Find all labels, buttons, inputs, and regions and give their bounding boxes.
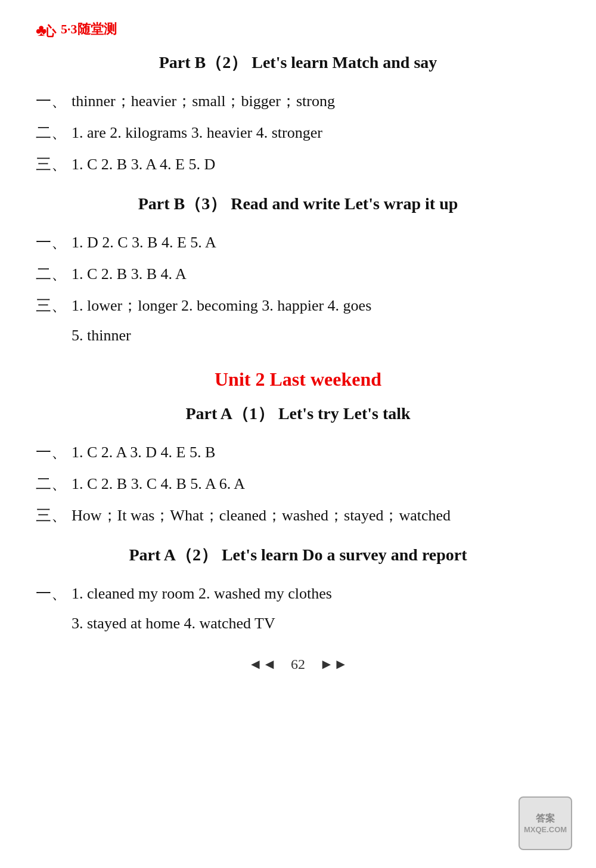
answer-label: 一、 (36, 232, 67, 253)
watermark: 答案 MXQE.COM (519, 796, 572, 850)
answer-label: 一、 (36, 442, 67, 463)
answer-content: 1. C 2. A 3. D 4. E 5. B (72, 444, 215, 461)
answer-content: 3. stayed at home 4. watched TV (72, 615, 275, 633)
answer-line: 一、 1. cleaned my room 2. washed my cloth… (36, 583, 560, 604)
logo-text: 5·3随堂测 (61, 20, 117, 38)
answer-label: 三、 (36, 505, 67, 526)
answer-content: How；It was；What；cleaned；washed；stayed；wa… (72, 505, 451, 526)
watermark-site: MXQE.COM (524, 825, 567, 834)
answer-line-indent: 5. thinner (72, 327, 560, 345)
answer-content: 1. cleaned my room 2. washed my clothes (72, 585, 332, 603)
answer-line: 二、 1. C 2. B 3. C 4. B 5. A 6. A (36, 473, 560, 494)
answer-label: 一、 (36, 91, 67, 111)
prev-button[interactable]: ◄◄ (248, 656, 277, 672)
watermark-main: 答案 (536, 813, 555, 825)
section-partA2: Part A（2） Let's learn Do a survey and re… (36, 544, 560, 633)
answer-content: 1. lower；longer 2. becoming 3. happier 4… (72, 295, 371, 316)
section-title-partB2: Part B（2） Let's learn Match and say (36, 51, 560, 74)
logo-area: ♣ 心 5·3随堂测 (36, 18, 560, 41)
answer-line: 一、 1. C 2. A 3. D 4. E 5. B (36, 442, 560, 463)
answer-content: 1. C 2. B 3. C 4. B 5. A 6. A (72, 475, 245, 493)
answer-label: 一、 (36, 583, 67, 604)
svg-text:心: 心 (42, 24, 57, 39)
answer-content: 1. C 2. B 3. A 4. E 5. D (72, 156, 215, 173)
answer-label: 二、 (36, 122, 67, 143)
next-button[interactable]: ►► (319, 656, 348, 672)
answer-line: 二、 1. are 2. kilograms 3. heavier 4. str… (36, 122, 560, 143)
pagination: ◄◄ 62 ►► (36, 656, 560, 672)
section-title-partA1: Part A（1） Let's try Let's talk (36, 402, 560, 425)
answer-label: 二、 (36, 473, 67, 494)
answer-content: 1. are 2. kilograms 3. heavier 4. strong… (72, 124, 322, 142)
logo-icon: ♣ 心 (36, 18, 58, 41)
answer-line: 一、 1. D 2. C 3. B 4. E 5. A (36, 232, 560, 253)
answer-label: 二、 (36, 264, 67, 284)
answer-line: 三、 How；It was；What；cleaned；washed；stayed… (36, 505, 560, 526)
section-partB3: Part B（3） Read and write Let's wrap it u… (36, 193, 560, 345)
section-title-partA2: Part A（2） Let's learn Do a survey and re… (36, 544, 560, 566)
section-partA1: Part A（1） Let's try Let's talk 一、 1. C 2… (36, 402, 560, 526)
answer-content: 5. thinner (72, 327, 131, 345)
section-partB2: Part B（2） Let's learn Match and say 一、 t… (36, 51, 560, 175)
answer-label: 三、 (36, 154, 67, 175)
answer-content: 1. C 2. B 3. B 4. A (72, 265, 187, 283)
answer-line-indent: 3. stayed at home 4. watched TV (72, 615, 560, 633)
answer-line: 三、 1. C 2. B 3. A 4. E 5. D (36, 154, 560, 175)
answer-content: 1. D 2. C 3. B 4. E 5. A (72, 234, 216, 252)
section-title-partB3: Part B（3） Read and write Let's wrap it u… (36, 193, 560, 215)
answer-line: 一、 thinner；heavier；small；bigger；strong (36, 91, 560, 111)
unit2-title: Unit 2 Last weekend (36, 368, 560, 390)
answer-label: 三、 (36, 295, 67, 316)
answer-line: 三、 1. lower；longer 2. becoming 3. happie… (36, 295, 560, 316)
page-container: ♣ 心 5·3随堂测 Part B（2） Let's learn Match a… (0, 0, 596, 708)
page-number: 62 (291, 656, 305, 672)
answer-content: thinner；heavier；small；bigger；strong (72, 91, 335, 111)
answer-line: 二、 1. C 2. B 3. B 4. A (36, 264, 560, 284)
